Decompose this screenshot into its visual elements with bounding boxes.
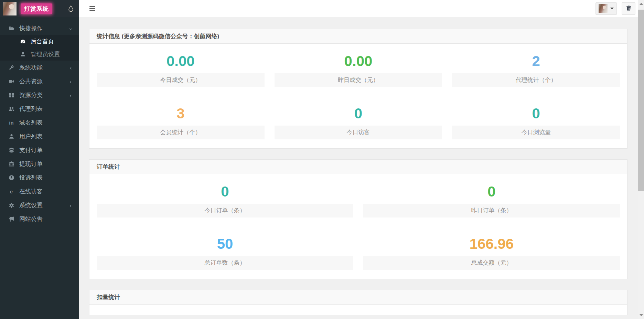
sidebar-submenu: 后台首页管理员设置	[0, 35, 79, 61]
page-content: 统计信息 (更多亲测源码微信公众号：创颜网络) 0.00今日成交（元）0.00昨…	[79, 17, 638, 319]
user-icon	[20, 51, 26, 57]
gear-icon	[8, 202, 14, 208]
stat-label: 今日访客	[275, 126, 442, 139]
sidebar-item-complaint-list[interactable]: 投诉列表	[0, 171, 79, 184]
scrollbar-thumb[interactable]	[638, 10, 644, 191]
sidebar-item-system-functions[interactable]: 系统功能	[0, 61, 79, 74]
sidebar-item-domain-list[interactable]: in域名列表	[0, 116, 79, 129]
stat-value: 166.96	[363, 235, 620, 253]
scrollbar-up-arrow[interactable]	[640, 3, 643, 5]
trash-button[interactable]	[622, 2, 635, 15]
chevron-left-icon	[68, 79, 73, 84]
bullhorn-icon	[8, 216, 14, 222]
panel-deduction-stats: 扣量统计	[89, 290, 627, 315]
stat-label: 会员统计（个）	[97, 126, 265, 139]
sidebar-item-public-resources[interactable]: 公共资源	[0, 74, 79, 88]
linkedin-icon: in	[8, 120, 14, 126]
stat-label: 今日订单（条）	[97, 204, 353, 217]
sidebar-item-label: 系统设置	[19, 201, 43, 209]
sidebar-item-label: 在线访客	[19, 188, 43, 195]
stat-value: 0.00	[275, 53, 442, 70]
stat-label: 总订单数（条）	[97, 256, 353, 270]
sidebar-item-online-visitors[interactable]: e在线访客	[0, 184, 79, 198]
user-avatar	[599, 4, 608, 13]
order-stats-grid: 0今日订单（条）0昨日订单（条）50总订单数（条）166.96总成交额（元）	[89, 174, 627, 279]
stat-label: 昨日成交（元）	[275, 73, 442, 87]
chevron-left-icon	[68, 65, 73, 70]
main-area: 统计信息 (更多亲测源码微信公众号：创颜网络) 0.00今日成交（元）0.00昨…	[79, 0, 638, 319]
sidebar-item-resource-categories[interactable]: 资源分类	[0, 88, 79, 102]
sidebar-item-label: 投诉列表	[19, 174, 43, 182]
sidebar-menu: 快捷操作后台首页管理员设置系统功能公共资源资源分类代理列表in域名列表用户列表支…	[0, 17, 79, 319]
sidebar-item-payment-orders[interactable]: 支付订单	[0, 143, 79, 157]
chevron-down-icon	[68, 26, 73, 31]
sidebar-item-label: 资源分类	[19, 91, 43, 99]
stat-label: 代理统计（个）	[452, 73, 620, 87]
top-header	[79, 0, 638, 17]
grid-icon	[8, 92, 14, 98]
bank-icon	[8, 161, 14, 167]
app-title: 打赏系统	[21, 3, 52, 14]
vertical-scrollbar[interactable]	[638, 0, 644, 319]
sidebar-item-label: 后台首页	[31, 38, 54, 45]
app-root: 打赏系统 快捷操作后台首页管理员设置系统功能公共资源资源分类代理列表in域名列表…	[0, 0, 644, 319]
panel-title-stats-info: 统计信息 (更多亲测源码微信公众号：创颜网络)	[89, 29, 627, 44]
sidebar-item-user-list[interactable]: 用户列表	[0, 129, 79, 143]
sidebar-item-withdraw-orders[interactable]: 提现订单	[0, 157, 79, 171]
scrollbar-down-arrow[interactable]	[640, 314, 643, 316]
stat-item: 0昨日订单（条）	[363, 174, 620, 226]
sidebar-avatar	[3, 2, 17, 15]
sidebar-item-label: 系统功能	[19, 64, 43, 72]
sidebar-item-label: 网站公告	[19, 215, 43, 223]
stat-item: 50总订单数（条）	[97, 226, 353, 279]
stat-value: 0.00	[97, 53, 265, 70]
video-icon	[8, 78, 14, 84]
sidebar-item-label: 代理列表	[19, 105, 43, 113]
folder-open-icon	[8, 25, 14, 31]
stat-value: 2	[452, 53, 620, 70]
sidebar-item-dashboard-home[interactable]: 后台首页	[0, 35, 79, 48]
stat-item: 0今日浏览量	[452, 96, 620, 148]
dashboard-icon	[20, 39, 26, 44]
panel-title-deduction-stats: 扣量统计	[89, 290, 627, 305]
sidebar-item-label: 域名列表	[19, 119, 43, 127]
menu-icon	[89, 6, 95, 7]
stat-value: 0	[275, 105, 442, 122]
header-actions	[595, 2, 635, 15]
deduction-stats-body	[89, 305, 627, 315]
sidebar-item-agent-list[interactable]: 代理列表	[0, 102, 79, 116]
sidebar-item-label: 提现订单	[19, 160, 43, 168]
sidebar-item-label: 管理员设置	[31, 50, 60, 58]
sidebar-item-label: 用户列表	[19, 132, 43, 140]
edge-icon: e	[8, 189, 14, 194]
stat-label: 今日浏览量	[452, 126, 620, 139]
stat-item: 0今日订单（条）	[97, 174, 353, 226]
sidebar-toggle-button[interactable]	[88, 5, 97, 12]
stat-item: 0今日访客	[275, 96, 442, 148]
sidebar-item-admin-settings[interactable]: 管理员设置	[0, 48, 79, 61]
chevron-left-icon	[68, 93, 73, 97]
user-menu-button[interactable]	[595, 2, 617, 15]
sidebar: 打赏系统 快捷操作后台首页管理员设置系统功能公共资源资源分类代理列表in域名列表…	[0, 0, 79, 319]
stat-label: 总成交额（元）	[363, 256, 620, 270]
stat-item: 2代理统计（个）	[452, 44, 620, 96]
sidebar-item-label: 快捷操作	[19, 24, 43, 32]
stat-value: 50	[97, 235, 353, 253]
sidebar-item-system-settings[interactable]: 系统设置	[0, 198, 79, 212]
sidebar-item-label: 支付订单	[19, 146, 43, 154]
stat-value: 3	[97, 105, 265, 122]
stat-item: 3会员统计（个）	[97, 96, 265, 148]
stats-grid: 0.00今日成交（元）0.00昨日成交（元）2代理统计（个）3会员统计（个）0今…	[89, 44, 627, 148]
database-icon	[8, 147, 14, 153]
sidebar-item-label: 公共资源	[19, 77, 43, 85]
chevron-left-icon	[68, 203, 73, 208]
stat-item: 0.00昨日成交（元）	[275, 44, 442, 96]
caret-down-icon	[610, 8, 614, 9]
panel-title-order-stats: 订单统计	[89, 160, 627, 174]
sidebar-logo: 打赏系统	[0, 0, 79, 17]
stat-item: 166.96总成交额（元）	[363, 226, 620, 279]
sidebar-item-site-announcement[interactable]: 网站公告	[0, 212, 79, 226]
sidebar-item-quick-actions[interactable]: 快捷操作	[0, 21, 79, 35]
user-icon	[8, 134, 14, 139]
exclamation-circle-icon	[8, 175, 14, 181]
